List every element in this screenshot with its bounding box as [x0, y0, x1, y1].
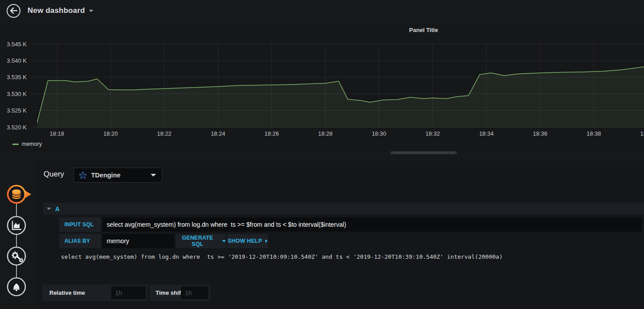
svg-text:3.535 K: 3.535 K [7, 74, 27, 80]
generate-sql-button[interactable]: GENERATE SQL [176, 234, 226, 248]
tab-visualization[interactable] [6, 215, 27, 236]
graph-panel: Panel Title 3.520 K3.525 K3.530 K3.535 K… [4, 24, 644, 152]
svg-text:18:36: 18:36 [533, 130, 548, 137]
svg-text:3.545 K: 3.545 K [7, 41, 27, 48]
back-button[interactable] [7, 4, 20, 18]
svg-text:18:24: 18:24 [211, 130, 225, 137]
alias-by-label: ALIAS BY [59, 234, 101, 248]
query-section-heading: Query [44, 170, 64, 179]
database-icon [12, 189, 21, 199]
time-shift-group: Time shift [150, 285, 210, 301]
top-bar: New dashboard [0, 0, 644, 21]
collapse-caret-icon[interactable] [47, 208, 51, 210]
svg-text:3.520 K: 3.520 K [7, 124, 27, 131]
time-series-chart[interactable]: 3.520 K3.525 K3.530 K3.535 K3.540 K3.545… [4, 38, 644, 152]
legend[interactable]: memory [12, 141, 42, 147]
arrow-left-icon [10, 8, 17, 14]
tab-rail-connector [16, 194, 17, 287]
tab-queries[interactable] [7, 185, 32, 204]
time-shift-label: Time shift [156, 289, 183, 296]
svg-text:18:28: 18:28 [318, 130, 333, 137]
svg-text:18:30: 18:30 [372, 130, 387, 137]
svg-text:3.530 K: 3.530 K [7, 91, 27, 97]
alias-by-field[interactable] [102, 234, 174, 248]
input-sql-field[interactable] [102, 217, 642, 232]
svg-text:3.525 K: 3.525 K [7, 107, 27, 114]
dashboard-title[interactable]: New dashboard [28, 6, 85, 15]
panel-title[interactable]: Panel Title [409, 27, 438, 33]
query-ref-id: A [55, 205, 60, 213]
generate-sql-caret-icon [222, 240, 226, 242]
query-editor-panel: Query TDengine A [38, 161, 644, 309]
datasource-caret-icon [151, 174, 156, 177]
legend-color-swatch [12, 144, 19, 145]
dashboard-title-caret-icon[interactable] [89, 10, 93, 12]
grafana-panel-editor: New dashboard Panel Title 3.520 K3.525 K… [0, 0, 644, 309]
legend-series-label[interactable]: memory [22, 141, 42, 147]
datasource-picker[interactable]: TDengine [73, 168, 162, 183]
tab-alert[interactable] [6, 276, 27, 297]
relative-time-input[interactable] [111, 286, 146, 299]
svg-text:18:18: 18:18 [50, 130, 64, 137]
generated-sql-text: select avg(mem_system) from log.dn where… [61, 253, 640, 260]
tdengine-logo-icon [79, 172, 87, 179]
show-help-arrow-icon [265, 239, 268, 243]
svg-text:3.540 K: 3.540 K [7, 57, 27, 64]
svg-text:18:26: 18:26 [264, 130, 279, 137]
datasource-name: TDengine [91, 172, 120, 179]
input-sql-label: INPUT SQL [59, 217, 101, 232]
svg-text:18:34: 18:34 [479, 130, 494, 137]
panel-resize-handle[interactable] [390, 151, 457, 154]
show-help-label: SHOW HELP [228, 238, 262, 244]
svg-text:18:20: 18:20 [104, 130, 118, 137]
generate-sql-label: GENERATE SQL [176, 235, 219, 247]
tab-general[interactable] [6, 245, 27, 267]
time-shift-input[interactable] [181, 286, 208, 299]
svg-text:18:38: 18:38 [587, 130, 601, 137]
svg-text:18:32: 18:32 [425, 130, 440, 137]
relative-time-label: Relative time [49, 289, 85, 296]
query-ref-row[interactable]: A [43, 203, 644, 215]
show-help-button[interactable]: SHOW HELP [227, 234, 268, 248]
svg-text:18:22: 18:22 [157, 130, 172, 137]
relative-time-group: Relative time [42, 285, 148, 301]
svg-text:18:40: 18:40 [640, 130, 644, 137]
